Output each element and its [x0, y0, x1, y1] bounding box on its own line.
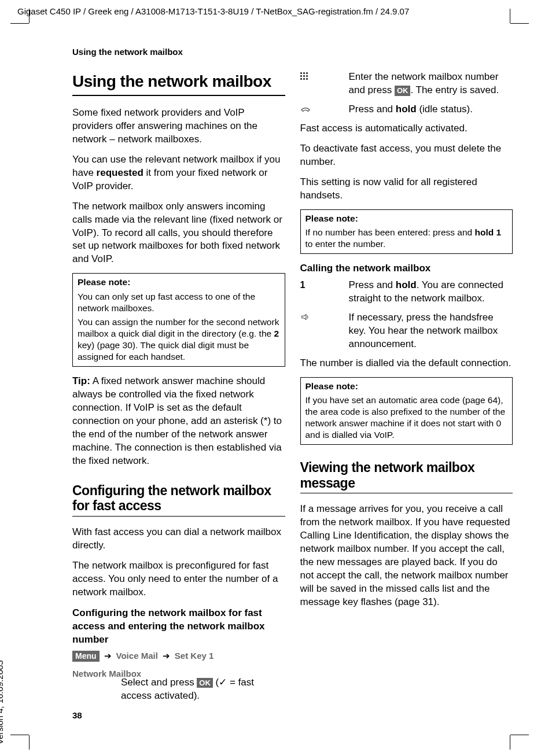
- ok-chip: OK: [395, 86, 411, 96]
- svg-rect-3: [300, 75, 302, 77]
- tip-para: Tip: A fixed network answer machine shou…: [72, 375, 285, 468]
- menu-path: Menu ➔ Voice Mail ➔ Set Key 1: [72, 650, 285, 662]
- ok-chip: OK: [197, 678, 213, 688]
- para: Fast access is automatically activated.: [300, 122, 513, 135]
- svg-rect-8: [306, 78, 308, 80]
- svg-rect-0: [300, 72, 302, 74]
- para: The network mailbox is preconfigured for…: [72, 559, 285, 599]
- subsection-title: Configuring the network mailbox for fast…: [72, 483, 285, 517]
- key-1: 1: [300, 280, 306, 290]
- hangup-icon: [300, 103, 341, 116]
- note-box: Please note: You can only set up fast ac…: [72, 273, 285, 367]
- svg-rect-1: [303, 72, 305, 74]
- step-row: Enter the network mailbox number and pre…: [300, 71, 513, 97]
- handsfree-icon: [300, 311, 341, 351]
- para: With fast access you can dial a network …: [72, 526, 285, 552]
- note-box: Please note: If you have set an automati…: [300, 377, 513, 445]
- svg-rect-5: [306, 75, 308, 77]
- svg-rect-6: [300, 78, 302, 80]
- svg-rect-4: [303, 75, 305, 77]
- step-row: 1 Press and hold. You are connected stra…: [300, 279, 513, 305]
- left-column: Using the network mailbox Some fixed net…: [72, 71, 285, 709]
- running-head: Using the network mailbox: [72, 46, 513, 58]
- subsection-title: Viewing the network mailbox message: [300, 460, 513, 493]
- note-heading: Please note:: [78, 276, 280, 288]
- doc-header: Gigaset C450 IP / Greek eng / A31008-M17…: [17, 6, 535, 17]
- note-box: Please note: If no number has been enter…: [300, 209, 513, 254]
- sub-heading: Configuring the network mailbox for fast…: [72, 607, 285, 647]
- keypad-icon: [300, 71, 341, 97]
- step-text: Select and press OK (✓ = fast access act…: [72, 676, 285, 703]
- sub-heading: Calling the network mailbox: [300, 262, 513, 275]
- para: Some fixed network providers and VoIP pr…: [72, 106, 285, 146]
- arrow-icon: ➔: [163, 650, 170, 662]
- version-sidetext: Version 4, 16.09.2005: [0, 660, 6, 744]
- right-column: Enter the network mailbox number and pre…: [300, 71, 513, 709]
- para: If a message arrives for you, you receiv…: [300, 503, 513, 609]
- para: The number is dialled via the default co…: [300, 357, 513, 370]
- para: To deactivate fast access, you must dele…: [300, 142, 513, 169]
- para: You can use the relevant network mailbox…: [72, 153, 285, 193]
- note-heading: Please note:: [306, 381, 508, 392]
- check-icon: ✓: [219, 677, 227, 688]
- section-title: Using the network mailbox: [72, 71, 285, 96]
- step-row: Press and hold (idle status).: [300, 103, 513, 116]
- note-heading: Please note:: [306, 213, 508, 224]
- menu-chip: Menu: [72, 651, 100, 661]
- para: The network mailbox only answers incomin…: [72, 200, 285, 267]
- arrow-icon: ➔: [104, 650, 112, 662]
- para: This setting is now valid for all regist…: [300, 176, 513, 202]
- svg-rect-2: [306, 72, 308, 74]
- step-row: If necessary, press the handsfree key. Y…: [300, 311, 513, 351]
- page-number: 38: [72, 710, 82, 721]
- svg-rect-7: [303, 78, 305, 80]
